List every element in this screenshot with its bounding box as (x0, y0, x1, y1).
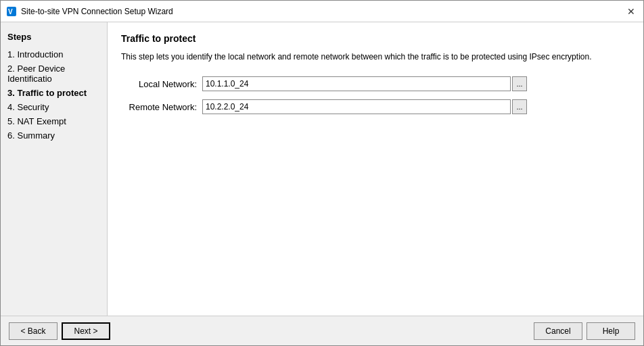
sidebar-item-number: 3. (7, 88, 15, 98)
remote-network-browse-button[interactable]: ... (512, 99, 527, 114)
sidebar-item-summary[interactable]: 6. Summary (1, 128, 107, 143)
sidebar-item-number: 6. (7, 130, 15, 141)
local-network-row: Local Network: ... (121, 76, 630, 91)
sidebar-item-number: 4. (7, 102, 15, 112)
sidebar-item-label: Peer Device Identificatio (7, 64, 65, 84)
svg-text:V: V (8, 8, 13, 16)
app-icon: V (6, 6, 17, 17)
sidebar-item-number: 5. (7, 116, 15, 126)
wizard-window: V Site-to-site VPN Connection Setup Wiza… (0, 0, 644, 346)
close-button[interactable]: ✕ (624, 5, 638, 18)
window-body: Steps 1. Introduction 2. Peer Device Ide… (1, 22, 643, 345)
cancel-button[interactable]: Cancel (534, 322, 582, 340)
content-description: This step lets you identify the local ne… (121, 51, 630, 63)
help-button[interactable]: Help (586, 322, 635, 340)
sidebar-header: Steps (1, 29, 107, 47)
local-network-input[interactable] (202, 76, 511, 91)
main-content: Steps 1. Introduction 2. Peer Device Ide… (1, 22, 643, 316)
sidebar-item-label: Traffic to protect (17, 88, 87, 98)
sidebar-item-label: Security (17, 102, 49, 112)
sidebar-item-number: 2. (7, 64, 15, 74)
local-network-browse-button[interactable]: ... (512, 76, 527, 91)
window-title: Site-to-site VPN Connection Setup Wizard (21, 7, 173, 16)
sidebar-item-peer-device[interactable]: 2. Peer Device Identificatio (1, 61, 107, 86)
footer: < Back Next > Cancel Help (1, 316, 643, 345)
next-button[interactable]: Next > (62, 322, 110, 340)
remote-network-input-group: ... (202, 99, 527, 114)
sidebar-item-security[interactable]: 4. Security (1, 100, 107, 114)
footer-right: Cancel Help (534, 322, 635, 340)
footer-left: < Back Next > (9, 322, 110, 340)
sidebar: Steps 1. Introduction 2. Peer Device Ide… (1, 22, 108, 316)
local-network-input-group: ... (202, 76, 527, 91)
back-button[interactable]: < Back (9, 322, 58, 340)
title-bar: V Site-to-site VPN Connection Setup Wiza… (1, 1, 643, 22)
sidebar-item-nat-exempt[interactable]: 5. NAT Exempt (1, 114, 107, 128)
sidebar-item-traffic[interactable]: 3. Traffic to protect (1, 86, 107, 100)
sidebar-item-label: Introduction (17, 49, 63, 59)
remote-network-label: Remote Network: (121, 102, 202, 112)
local-network-label: Local Network: (121, 79, 202, 89)
title-bar-left: V Site-to-site VPN Connection Setup Wiza… (6, 6, 173, 17)
sidebar-item-label: Summary (17, 130, 55, 141)
sidebar-item-number: 1. (7, 49, 15, 59)
sidebar-item-introduction[interactable]: 1. Introduction (1, 47, 107, 61)
content-area: Traffic to protect This step lets you id… (108, 22, 643, 316)
sidebar-item-label: NAT Exempt (17, 116, 66, 126)
remote-network-row: Remote Network: ... (121, 99, 630, 114)
remote-network-input[interactable] (202, 99, 511, 114)
content-title: Traffic to protect (121, 33, 630, 44)
